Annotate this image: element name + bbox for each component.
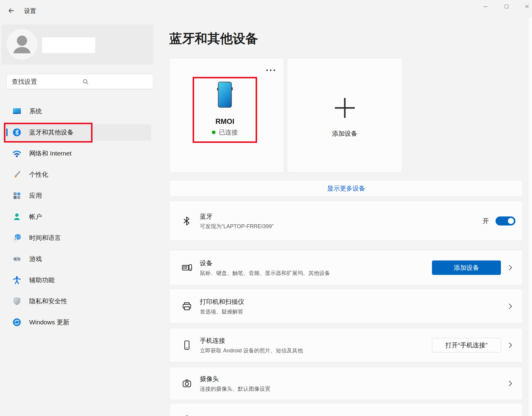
avatar xyxy=(7,29,37,60)
search-input[interactable]: 查找设置 xyxy=(7,74,153,89)
windows-update-icon xyxy=(12,317,22,327)
show-more-devices-button[interactable]: 显示更多设备 xyxy=(169,180,523,197)
devices-row[interactable]: 设备 鼠标、键盘、触笔、音频、显示器和扩展坞、其他设备 添加设备 xyxy=(169,250,523,285)
printer-icon xyxy=(181,301,193,312)
sidebar-item-label: 帐户 xyxy=(29,213,42,221)
sidebar-item-windows-update[interactable]: Windows 更新 xyxy=(2,314,151,330)
camera-icon xyxy=(181,378,193,389)
cameras-subtitle: 连接的摄像头、默认图像设置 xyxy=(200,385,270,392)
sidebar-item-gaming[interactable]: 游戏 xyxy=(2,251,151,267)
sidebar-item-apps[interactable]: 应用 xyxy=(2,188,151,204)
printers-subtitle: 首选项、疑难解答 xyxy=(200,308,244,315)
person-icon xyxy=(7,29,37,60)
cameras-row[interactable]: 摄像头 连接的摄像头、默认图像设置 xyxy=(169,367,523,400)
add-device-label: 添加设备 xyxy=(332,129,357,138)
close-button[interactable] xyxy=(520,0,532,13)
sidebar-item-network[interactable]: 网络和 Internet xyxy=(2,145,151,162)
cameras-title: 摄像头 xyxy=(200,375,270,383)
back-arrow-icon xyxy=(7,7,15,15)
gaming-icon xyxy=(12,254,22,264)
system-icon xyxy=(12,106,22,116)
minimize-button[interactable] xyxy=(478,0,493,13)
accessibility-icon xyxy=(12,275,22,285)
phone-icon xyxy=(181,339,193,351)
time-language-icon xyxy=(12,233,22,243)
sidebar-item-label: 蓝牙和其他设备 xyxy=(29,128,74,137)
device-card[interactable] xyxy=(169,58,284,172)
show-more-devices-label: 显示更多设备 xyxy=(327,184,365,193)
phone-link-title: 手机连接 xyxy=(200,336,303,345)
sidebar-item-label: 时间和语言 xyxy=(29,234,61,242)
back-button[interactable] xyxy=(6,6,16,15)
sidebar-item-time-language[interactable]: 时间和语言 xyxy=(2,230,151,246)
bluetooth-toggle[interactable] xyxy=(496,216,515,225)
sidebar-item-accessibility[interactable]: 辅助功能 xyxy=(2,272,151,288)
accounts-icon xyxy=(12,212,22,222)
sidebar-item-label: 个性化 xyxy=(29,170,48,179)
plus-icon xyxy=(334,97,355,120)
bluetooth-row-text: 蓝牙 可发现为“LAPTOP-FRREI399” xyxy=(200,212,274,230)
sidebar-item-privacy[interactable]: 隐私和安全性 xyxy=(2,293,151,309)
more-dots-icon xyxy=(266,69,276,71)
minimize-icon xyxy=(483,4,488,9)
sidebar-item-personalization[interactable]: 个性化 xyxy=(2,166,151,183)
phone-link-subtitle: 立即获取 Android 设备的照片、短信及其他 xyxy=(200,347,303,354)
bluetooth-icon xyxy=(12,128,22,137)
chevron-right-icon[interactable] xyxy=(506,380,514,387)
devices-subtitle: 鼠标、键盘、触笔、音频、显示器和扩展坞、其他设备 xyxy=(200,269,330,276)
profile-card[interactable] xyxy=(2,24,153,65)
printers-title: 打印机和扫描仪 xyxy=(200,297,244,306)
device-menu-button[interactable] xyxy=(264,66,277,74)
phone-link-row-text: 手机连接 立即获取 Android 设备的照片、短信及其他 xyxy=(200,336,303,354)
add-device-button[interactable]: 添加设备 xyxy=(432,260,501,275)
window-title: 设置 xyxy=(24,7,36,15)
sidebar-item-system[interactable]: 系统 xyxy=(2,103,151,119)
page-title: 蓝牙和其他设备 xyxy=(169,30,258,47)
search-icon xyxy=(82,78,148,85)
chevron-right-icon[interactable] xyxy=(506,341,514,349)
phone-link-row[interactable]: 手机连接 立即获取 Android 设备的照片、短信及其他 打开“手机连接” xyxy=(169,328,523,362)
personalization-icon xyxy=(12,170,22,179)
devices-row-text: 设备 鼠标、键盘、触笔、音频、显示器和扩展坞、其他设备 xyxy=(200,259,330,276)
chevron-right-icon[interactable] xyxy=(506,264,514,272)
settings-window: 设置 查找设置 系统 蓝牙和其 xyxy=(0,0,532,416)
maximize-icon xyxy=(504,4,509,9)
bluetooth-toggle-area: 开 xyxy=(483,216,515,225)
printers-row-text: 打印机和扫描仪 首选项、疑难解答 xyxy=(200,297,244,315)
apps-icon xyxy=(12,191,22,200)
devices-title: 设备 xyxy=(200,259,330,267)
sidebar-item-label: Windows 更新 xyxy=(29,318,69,326)
sidebar-item-label: 游戏 xyxy=(29,255,42,263)
bluetooth-row: 蓝牙 可发现为“LAPTOP-FRREI399” 开 xyxy=(169,201,523,241)
privacy-icon xyxy=(12,296,22,306)
close-icon xyxy=(525,4,529,9)
scrollbar[interactable] xyxy=(528,17,532,416)
sidebar-item-label: 应用 xyxy=(29,191,42,200)
maximize-button[interactable] xyxy=(499,0,514,13)
search-placeholder: 查找设置 xyxy=(12,77,77,86)
toggle-state-label: 开 xyxy=(483,217,489,225)
printers-row[interactable]: 打印机和扫描仪 首选项、疑难解答 xyxy=(169,289,523,323)
sidebar-item-accounts[interactable]: 帐户 xyxy=(2,209,151,225)
sidebar-nav: 系统 蓝牙和其他设备 网络和 Internet 个性化 应用 xyxy=(2,103,151,335)
bluetooth-title: 蓝牙 xyxy=(200,212,274,220)
devices-icon xyxy=(181,262,193,273)
bluetooth-subtitle: 可发现为“LAPTOP-FRREI399” xyxy=(200,222,274,230)
network-icon xyxy=(12,149,22,158)
sidebar-item-bluetooth[interactable]: 蓝牙和其他设备 xyxy=(2,124,151,140)
mouse-row[interactable]: 鼠标 xyxy=(169,403,523,416)
mouse-icon xyxy=(181,414,193,416)
bluetooth-outline-icon xyxy=(181,216,192,226)
username-redacted xyxy=(42,37,95,53)
open-phone-link-button[interactable]: 打开“手机连接” xyxy=(432,338,501,352)
sidebar-item-label: 辅助功能 xyxy=(29,276,55,284)
chevron-right-icon[interactable] xyxy=(506,302,514,310)
sidebar-item-label: 网络和 Internet xyxy=(29,149,71,158)
sidebar-item-label: 系统 xyxy=(29,107,42,115)
sidebar-item-label: 隐私和安全性 xyxy=(29,297,67,305)
add-device-card[interactable]: 添加设备 xyxy=(287,58,402,172)
cameras-row-text: 摄像头 连接的摄像头、默认图像设置 xyxy=(200,375,270,392)
selected-accent-bar xyxy=(6,128,8,136)
